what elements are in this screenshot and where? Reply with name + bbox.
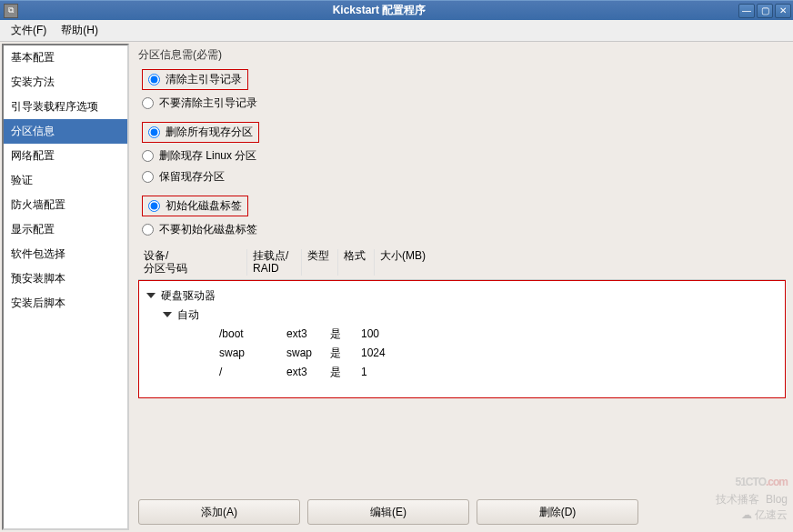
sidebar: 基本配置 安装方法 引导装载程序选项 分区信息 网络配置 验证 防火墙配置 显示… bbox=[2, 44, 129, 530]
col-mount-2[interactable]: RAID bbox=[253, 262, 296, 275]
label-remove-linux: 删除现存 Linux 分区 bbox=[159, 148, 256, 164]
label-noinit-label: 不要初始化磁盘标签 bbox=[159, 222, 257, 237]
group-label: 分区信息需(必需) bbox=[138, 47, 786, 63]
app-icon: ⧉ bbox=[4, 4, 18, 18]
menu-bar: 文件(F) 帮助(H) bbox=[0, 20, 793, 42]
mbr-group: 清除主引导记录 不要清除主引导记录 bbox=[138, 66, 786, 114]
col-size[interactable]: 大小(MB) bbox=[375, 249, 438, 276]
tree-root[interactable]: 硬盘驱动器 bbox=[161, 288, 216, 304]
sidebar-item-postscript[interactable]: 安装后脚本 bbox=[4, 291, 127, 316]
remove-group: 删除所有现存分区 删除现存 Linux 分区 保留现存分区 bbox=[138, 119, 786, 187]
cell-type: ext3 bbox=[286, 366, 330, 378]
tree-auto[interactable]: 自动 bbox=[177, 307, 199, 323]
cell-fmt: 是 bbox=[330, 326, 361, 342]
delete-button[interactable]: 删除(D) bbox=[477, 499, 638, 525]
radio-keep-mbr[interactable] bbox=[142, 97, 154, 109]
sidebar-item-auth[interactable]: 验证 bbox=[4, 168, 127, 193]
menu-file[interactable]: 文件(F) bbox=[4, 20, 54, 41]
col-type[interactable]: 类型 bbox=[302, 249, 338, 276]
radio-remove-linux[interactable] bbox=[142, 150, 154, 162]
sidebar-item-basic[interactable]: 基本配置 bbox=[4, 45, 127, 70]
sidebar-item-display[interactable]: 显示配置 bbox=[4, 217, 127, 242]
radio-init-label[interactable] bbox=[148, 200, 160, 212]
minimize-button[interactable]: — bbox=[738, 4, 755, 18]
cell-size: 1 bbox=[361, 366, 401, 378]
sidebar-item-network[interactable]: 网络配置 bbox=[4, 144, 127, 168]
sidebar-item-bootloader[interactable]: 引导装载程序选项 bbox=[4, 95, 127, 119]
sidebar-item-firewall[interactable]: 防火墙配置 bbox=[4, 193, 127, 217]
close-button[interactable]: ✕ bbox=[775, 4, 791, 18]
initlabel-group: 初始化磁盘标签 不要初始化磁盘标签 bbox=[138, 193, 786, 240]
part-row[interactable]: swap swap 是 1024 bbox=[146, 344, 778, 363]
label-remove-all: 删除所有现存分区 bbox=[166, 125, 253, 140]
cell-size: 1024 bbox=[361, 346, 401, 359]
wm-2a: 技术播客 bbox=[716, 493, 759, 506]
cell-type: ext3 bbox=[286, 327, 330, 340]
main-panel: 分区信息需(必需) 清除主引导记录 不要清除主引导记录 删除所有现存分区 bbox=[129, 42, 793, 532]
radio-noinit-label[interactable] bbox=[142, 224, 154, 236]
cell-mount: swap bbox=[219, 346, 286, 359]
cell-size: 100 bbox=[361, 327, 401, 340]
radio-remove-all[interactable] bbox=[148, 126, 160, 138]
col-device-2[interactable]: 分区号码 bbox=[144, 262, 241, 275]
sidebar-item-partition[interactable]: 分区信息 bbox=[4, 119, 127, 144]
cell-mount: /boot bbox=[219, 327, 286, 340]
col-device-1[interactable]: 设备/ bbox=[144, 249, 241, 262]
edit-button[interactable]: 编辑(E) bbox=[307, 499, 469, 525]
disclosure-icon[interactable] bbox=[146, 293, 156, 298]
sidebar-item-packages[interactable]: 软件包选择 bbox=[4, 242, 127, 266]
part-row[interactable]: /boot ext3 是 100 bbox=[146, 325, 778, 344]
sidebar-item-install[interactable]: 安装方法 bbox=[4, 70, 127, 95]
cell-fmt: 是 bbox=[330, 365, 361, 380]
sidebar-item-prescript[interactable]: 预安装脚本 bbox=[4, 266, 127, 291]
watermark: 51CTO.com 技术播客 Blog ☁ 亿速云 bbox=[716, 463, 788, 523]
label-clear-mbr: 清除主引导记录 bbox=[166, 72, 242, 87]
radio-clear-mbr[interactable] bbox=[148, 74, 160, 85]
disclosure-icon[interactable] bbox=[163, 312, 172, 317]
cell-fmt: 是 bbox=[330, 346, 361, 361]
label-keep-mbr: 不要清除主引导记录 bbox=[159, 95, 257, 111]
wm-3: 亿速云 bbox=[755, 508, 788, 521]
menu-help[interactable]: 帮助(H) bbox=[54, 20, 105, 41]
label-init-label: 初始化磁盘标签 bbox=[166, 198, 242, 214]
title-bar: ⧉ Kickstart 配置程序 — ▢ ✕ bbox=[0, 0, 793, 20]
cell-mount: / bbox=[219, 366, 286, 378]
partition-tree[interactable]: 硬盘驱动器 自动 /boot ext3 是 100 swap swap 是 10… bbox=[138, 280, 786, 398]
part-row[interactable]: / ext3 是 1 bbox=[146, 363, 778, 382]
window-title: Kickstart 配置程序 bbox=[22, 3, 737, 18]
button-row: 添加(A) 编辑(E) 删除(D) bbox=[138, 494, 786, 527]
wm-2b: Blog bbox=[766, 493, 788, 506]
column-headers: 设备/ 分区号码 挂载点/ RAID 类型 格式 大小(MB) bbox=[138, 246, 786, 280]
col-fmt[interactable]: 格式 bbox=[338, 249, 375, 276]
maximize-button[interactable]: ▢ bbox=[757, 4, 773, 18]
label-keep-parts: 保留现存分区 bbox=[159, 169, 225, 185]
cell-type: swap bbox=[286, 346, 330, 359]
radio-keep-parts[interactable] bbox=[142, 171, 154, 183]
col-mount-1[interactable]: 挂载点/ bbox=[253, 249, 296, 262]
add-button[interactable]: 添加(A) bbox=[138, 499, 300, 525]
